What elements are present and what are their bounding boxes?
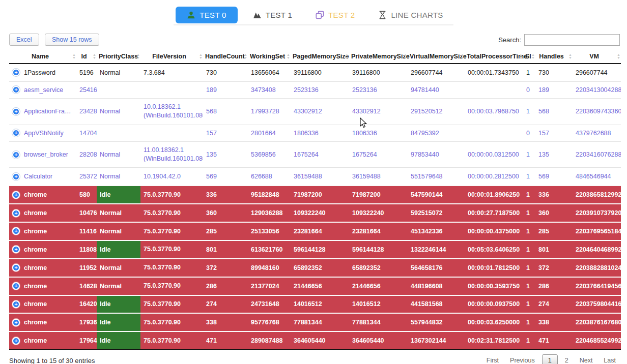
cell-priorityclass: Normal (97, 98, 140, 125)
expand-row-button[interactable]: + (12, 191, 20, 199)
table-row: +AppVShNotify147041572801664180633618063… (9, 125, 621, 141)
expand-row-button[interactable]: + (12, 209, 20, 217)
cell-handles: 730 (535, 64, 573, 81)
tab-label: TEST 2 (328, 11, 355, 19)
cell-name: +Calculator (9, 168, 76, 186)
cell-pagedmemorysize: 21446656 (291, 277, 349, 295)
process-name: chrome (24, 191, 47, 198)
process-name: chrome (24, 264, 47, 271)
cell-si: 1 (523, 277, 535, 295)
column-header-vm[interactable]: VM▲▼ (573, 50, 621, 64)
cell-workingset: 5369856 (248, 141, 291, 168)
cell-handlecount: 569 (203, 168, 248, 186)
cell-id: 11416 (76, 222, 97, 240)
cell-virtualmemorysize: 551579648 (408, 168, 465, 186)
expand-row-button[interactable]: + (12, 319, 20, 326)
show-rows-button[interactable]: Show 15 rows (45, 34, 99, 46)
cell-priorityclass: Normal (97, 64, 140, 81)
cell-name: +chrome (9, 277, 76, 295)
cell-virtualmemorysize: 291520512 (408, 98, 465, 125)
cell-vm: 2203910737920 (573, 204, 621, 222)
table-row: +chrome580Idle75.0.3770.9033695182848719… (9, 186, 621, 204)
tab-line-charts[interactable]: LINE CHARTS (370, 7, 451, 23)
expand-row-button[interactable]: + (12, 129, 20, 137)
cell-totalprocessortime: 00:00:00.0312500 (465, 141, 523, 168)
column-header-handlecount[interactable]: HandleCount▲▼ (203, 50, 248, 64)
cell-fileversion (140, 81, 203, 98)
tab-bar: TEST 0TEST 1TEST 2LINE CHARTS (0, 0, 627, 25)
column-header-label: WorkingSet (250, 53, 285, 60)
process-name: ApplicationFrameHost (24, 108, 73, 115)
page-last[interactable]: Last (600, 355, 620, 364)
cell-privatememorysize: 77881344 (349, 313, 408, 331)
expand-row-button[interactable]: + (12, 227, 20, 235)
column-header-id[interactable]: Id▲▼ (76, 50, 97, 64)
column-header-name[interactable]: Name▲▼ (9, 50, 76, 64)
column-header-label: PagedMemorySize (293, 53, 349, 60)
cell-workingset: 129036288 (248, 204, 291, 222)
cell-priorityclass (97, 81, 140, 98)
excel-button[interactable]: Excel (9, 34, 39, 46)
column-header-fileversion[interactable]: FileVersion▲▼ (140, 50, 203, 64)
cell-id: 28208 (76, 141, 97, 168)
column-header-pagedmemorysize[interactable]: PagedMemorySize▲▼ (291, 50, 349, 64)
cell-vm: 2203759804416 (573, 295, 621, 314)
column-header-privatememorysize[interactable]: PrivateMemorySize▲▼ (349, 50, 408, 64)
cell-fileversion: 10.1904.42.0 (140, 168, 203, 186)
expand-row-button[interactable]: + (12, 300, 20, 308)
table-row: +chrome14628Normal75.0.3770.902862137702… (9, 277, 621, 295)
cell-name: +chrome (9, 331, 76, 349)
expand-row-button[interactable]: + (12, 246, 20, 253)
column-header-totalprocessortime[interactable]: TotalProcessorTime▲▼ (465, 50, 523, 64)
expand-row-button[interactable]: + (12, 264, 20, 271)
cell-si: 1 (523, 204, 535, 222)
column-header-workingset[interactable]: WorkingSet▲▼ (248, 50, 291, 64)
page-first[interactable]: First (482, 355, 503, 364)
tab-test-1[interactable]: TEST 1 (245, 7, 300, 23)
column-header-virtualmemorysize[interactable]: VirtualMemorySize▲▼ (408, 50, 465, 64)
page-next[interactable]: Next (576, 355, 597, 364)
sort-icon: ▲▼ (404, 53, 407, 59)
cell-vm: 2203882881024 (573, 259, 621, 277)
cell-privatememorysize: 23281664 (349, 222, 408, 240)
expand-row-button[interactable]: + (12, 282, 20, 290)
search-input[interactable] (524, 34, 620, 46)
cell-si: 1 (523, 168, 535, 186)
tab-test-2[interactable]: TEST 2 (307, 7, 363, 23)
cell-privatememorysize: 2523136 (349, 81, 408, 98)
column-header-handles[interactable]: Handles▲▼ (535, 50, 573, 64)
expand-row-button[interactable]: + (12, 173, 20, 180)
column-header-priorityclass[interactable]: PriorityClass▲▼ (97, 50, 140, 64)
cell-privatememorysize: 36159488 (349, 168, 408, 186)
expand-row-button[interactable]: + (12, 69, 20, 76)
expand-row-button[interactable]: + (12, 337, 20, 345)
cell-totalprocessortime: 00:00:00.3593750 (465, 277, 523, 295)
table-body: +1Password5196Normal7.3.6847301365606439… (9, 64, 621, 350)
table-row: +1Password5196Normal7.3.6847301365606439… (9, 64, 621, 81)
page-1[interactable]: 1 (542, 354, 558, 364)
cell-handles: 568 (535, 98, 573, 125)
cell-id: 14704 (76, 125, 97, 141)
cell-vm: 2203766419456 (573, 277, 621, 295)
expand-row-button[interactable]: + (12, 151, 20, 159)
cell-priorityclass: Normal (97, 277, 140, 295)
expand-row-button[interactable]: + (12, 86, 20, 94)
cell-si: 1 (523, 98, 535, 125)
tab-test-0[interactable]: TEST 0 (176, 7, 237, 23)
expand-row-button[interactable]: + (12, 108, 20, 115)
table-row: +ApplicationFrameHost23428Normal10.0.183… (9, 98, 621, 125)
process-name: 1Password (24, 69, 55, 76)
cell-vm: 296607744 (573, 64, 621, 81)
cell-pagedmemorysize: 1806336 (291, 125, 349, 141)
cell-handlecount: 285 (203, 222, 248, 240)
cell-totalprocessortime: 00:00:01.7812500 (465, 259, 523, 277)
cell-handlecount: 189 (203, 81, 248, 98)
cell-fileversion: 11.00.18362.1 (WinBuild.160101.0800) (140, 141, 203, 168)
sort-icon: ▲▼ (136, 53, 140, 59)
page-previous[interactable]: Previous (506, 355, 539, 364)
cell-totalprocessortime: 00:05:03.6406250 (465, 240, 523, 259)
cell-priorityclass (97, 125, 140, 141)
page-2[interactable]: 2 (561, 355, 573, 364)
column-header-si[interactable]: SI▲▼ (523, 50, 535, 64)
cell-handles: 569 (535, 168, 573, 186)
